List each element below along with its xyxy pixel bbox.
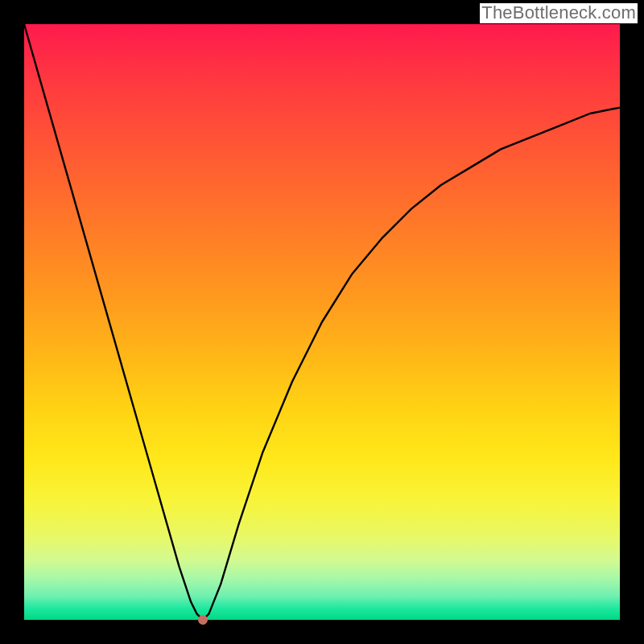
plot-area [24,24,620,620]
minimum-dot [198,615,208,625]
chart-frame: TheBottleneck.com [0,0,644,644]
curve-svg [24,24,620,620]
bottleneck-curve [24,24,620,620]
watermark-label: TheBottleneck.com [480,3,638,23]
